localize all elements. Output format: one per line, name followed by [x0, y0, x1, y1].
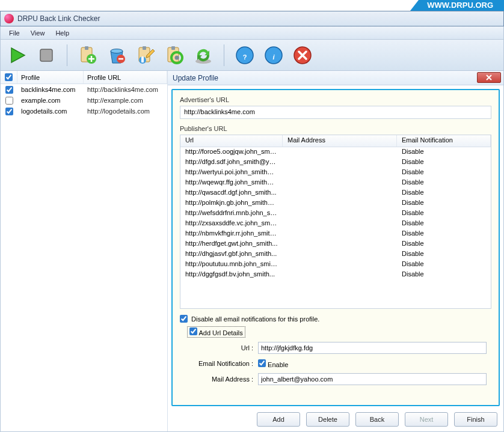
pub-url: http://qwsacdf.dgf.john_smith... — [180, 188, 283, 198]
pub-notif: Disable — [397, 219, 491, 229]
publisher-row[interactable]: http://herdfget.gwt.john_smith... Disabl… — [180, 239, 491, 249]
mail-address-input[interactable] — [258, 373, 487, 385]
delete-button[interactable]: Delete — [306, 412, 349, 427]
pub-mail — [283, 178, 397, 188]
menu-view[interactable]: View — [26, 28, 50, 38]
url-input[interactable] — [258, 342, 487, 354]
stop-button[interactable] — [35, 44, 57, 66]
publisher-row[interactable]: http://qwsacdf.dgf.john_smith... Disable — [180, 188, 491, 198]
pub-notif: Disable — [397, 249, 491, 260]
advertiser-url-value: http://backlinks4me.com — [180, 106, 491, 119]
profile-name: backlinks4me.com — [17, 86, 84, 93]
delete-profile-button[interactable] — [106, 44, 128, 66]
svg-point-5 — [111, 49, 123, 53]
pub-url: http://wertyui.poi.john_smith@... — [180, 168, 283, 178]
info-button[interactable]: i — [263, 44, 284, 66]
pub-url: http://nbmvkfhgir.rr.john_smith... — [180, 229, 283, 239]
header-profile[interactable]: Profile — [17, 71, 84, 84]
edit-button[interactable] — [135, 44, 156, 66]
panel-header: Update Profile — [168, 71, 503, 85]
play-icon — [8, 46, 27, 65]
panel-title: Update Profile — [173, 74, 218, 82]
publisher-row[interactable]: http://wertyui.poi.john_smith@... Disabl… — [180, 168, 491, 178]
publisher-row[interactable]: http://dfgd.sdf.john_smith@ya... Disable — [180, 157, 491, 168]
update-profile-panel: Update Profile Advertiser's URL http://b… — [168, 71, 503, 431]
profile-checkbox[interactable] — [5, 97, 13, 105]
enable-label: Enable — [268, 361, 288, 368]
pub-url: http://wqewqr.ffg.john_smith@... — [180, 178, 283, 188]
disable-all-checkbox[interactable] — [180, 315, 188, 323]
disable-all-label: Disable all email notifications for this… — [191, 315, 319, 323]
help-button[interactable]: ? — [234, 44, 256, 66]
panel-close-button[interactable] — [477, 72, 501, 83]
exit-button[interactable] — [292, 44, 313, 66]
profile-row[interactable]: logodetails.com http://logodetails.com — [1, 106, 167, 117]
pub-url: http://dfgd.sdf.john_smith@ya... — [180, 157, 283, 168]
menu-help[interactable]: Help — [51, 28, 74, 38]
settings-icon — [165, 46, 184, 65]
close-icon — [485, 75, 493, 81]
pub-notif: Disable — [397, 198, 491, 208]
profile-checkbox[interactable] — [5, 86, 13, 94]
add-profile-icon — [78, 46, 97, 65]
svg-point-14 — [175, 55, 179, 59]
add-url-details-checkbox[interactable] — [189, 327, 197, 335]
enable-checkbox[interactable] — [258, 359, 266, 367]
settings-button[interactable] — [164, 44, 185, 66]
pub-mail — [283, 157, 397, 168]
disable-all-row[interactable]: Disable all email notifications for this… — [180, 315, 491, 323]
pub-mail — [283, 270, 397, 280]
publisher-row[interactable]: http://foroe5.oogjqw.john_smit... Disabl… — [180, 147, 491, 157]
pub-mail — [283, 260, 397, 270]
add-button[interactable]: Add — [257, 412, 300, 427]
pub-notif: Disable — [397, 270, 491, 280]
publisher-row[interactable]: http://nbmvkfhgir.rr.john_smith... Disab… — [180, 229, 491, 239]
pub-notif: Disable — [397, 188, 491, 198]
publisher-row[interactable]: http://polmkjn.gb.john_smith@... Disable — [180, 198, 491, 208]
next-button[interactable]: Next — [405, 412, 448, 427]
col-mail[interactable]: Mail Address — [283, 135, 397, 147]
finish-button[interactable]: Finish — [454, 412, 497, 427]
top-banner: WWW.DRPU.ORG — [0, 0, 504, 11]
profile-row[interactable]: backlinks4me.com http://backlinks4me.com — [1, 84, 167, 95]
email-notification-label: Email Notification : — [180, 360, 258, 367]
publisher-rows[interactable]: http://foroe5.oogjqw.john_smit... Disabl… — [180, 147, 491, 308]
profile-row[interactable]: example.com http://example.com — [1, 95, 167, 106]
publisher-row[interactable]: http://wqewqr.ffg.john_smith@... Disable — [180, 178, 491, 188]
refresh-button[interactable] — [192, 44, 214, 66]
pub-url: http://herdfget.gwt.john_smith... — [180, 239, 283, 249]
add-profile-button[interactable] — [77, 44, 99, 66]
play-button[interactable] — [7, 44, 28, 66]
refresh-icon — [194, 46, 213, 65]
info-icon: i — [264, 46, 283, 65]
toolbar-separator — [224, 44, 224, 66]
panel-body: Advertiser's URL http://backlinks4me.com… — [171, 89, 500, 406]
profile-checkbox[interactable] — [5, 108, 13, 115]
publisher-row[interactable]: http://poututuu.mnb.john_smit... Disable — [180, 260, 491, 270]
publisher-table: Url Mail Address Email Notification http… — [180, 135, 491, 309]
col-url[interactable]: Url — [180, 135, 283, 147]
menu-file[interactable]: File — [4, 28, 25, 38]
svg-rect-1 — [40, 49, 52, 61]
select-all-checkbox[interactable] — [5, 73, 13, 81]
pub-url: http://dhgjasvf.gbf.john_smith... — [180, 249, 283, 260]
header-checkbox-col[interactable] — [1, 71, 17, 84]
pub-mail — [283, 147, 397, 157]
header-profile-url[interactable]: Profile URL — [84, 71, 167, 84]
publisher-row[interactable]: http://dggfgsdf.bv.john_smith... Disable — [180, 270, 491, 280]
pub-notif: Disable — [397, 260, 491, 270]
publisher-row[interactable]: http://zxsaxsddfe.vc.john_smit... Disabl… — [180, 219, 491, 229]
add-url-details-label: Add Url Details — [198, 329, 242, 336]
publisher-row[interactable]: http://dhgjasvf.gbf.john_smith... Disabl… — [180, 249, 491, 260]
website-banner[interactable]: WWW.DRPU.ORG — [419, 0, 504, 11]
back-button[interactable]: Back — [355, 412, 399, 427]
col-notif[interactable]: Email Notification — [397, 135, 491, 147]
toolbar: ? i — [0, 40, 504, 71]
profile-rows: backlinks4me.com http://backlinks4me.com… — [1, 84, 167, 117]
publisher-row[interactable]: http://wefsddrfnri.mnb.john_sm... Disabl… — [180, 208, 491, 219]
pub-notif: Disable — [397, 208, 491, 219]
add-url-details-toggle[interactable]: Add Url Details — [187, 326, 245, 338]
pub-notif: Disable — [397, 239, 491, 249]
button-row: Add Delete Back Next Finish — [257, 412, 497, 427]
pub-notif: Disable — [397, 229, 491, 239]
